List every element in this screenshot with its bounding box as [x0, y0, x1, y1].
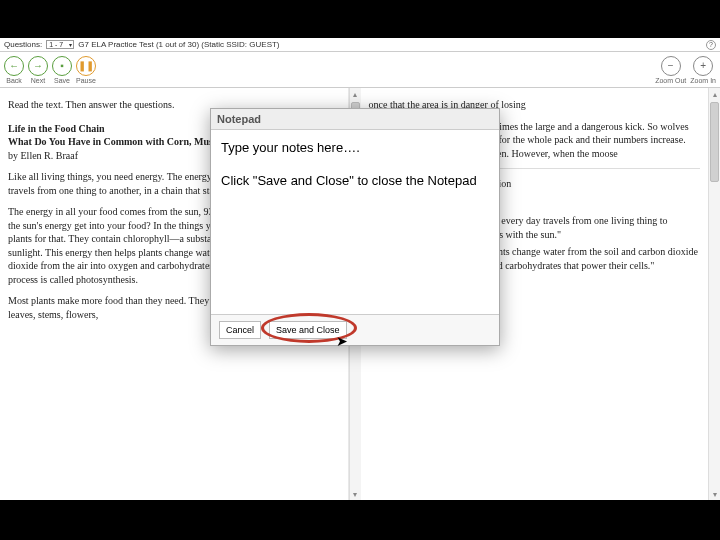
- pause-button[interactable]: ❚❚ Pause: [76, 56, 96, 84]
- scroll-down-icon[interactable]: ▾: [709, 488, 720, 500]
- save-icon: ▪: [52, 56, 72, 76]
- next-button[interactable]: → Next: [28, 56, 48, 84]
- status-bar: Questions: 1 - 7 G7 ELA Practice Test (1…: [0, 38, 720, 52]
- right-scrollbar[interactable]: ▴ ▾: [708, 88, 720, 500]
- pause-icon: ❚❚: [76, 56, 96, 76]
- zoom-in-button[interactable]: + Zoom In: [690, 56, 716, 84]
- zoom-in-label: Zoom In: [690, 77, 716, 84]
- save-button[interactable]: ▪ Save: [52, 56, 72, 84]
- test-title: G7 ELA Practice Test (1 out of 30) (Stat…: [78, 40, 279, 49]
- notepad-title[interactable]: Notepad: [211, 109, 499, 130]
- cancel-button[interactable]: Cancel: [219, 321, 261, 339]
- next-label: Next: [31, 77, 45, 84]
- questions-dropdown[interactable]: 1 - 7: [46, 40, 74, 49]
- zoom-out-button[interactable]: − Zoom Out: [655, 56, 686, 84]
- notepad-line2: Click "Save and Close" to close the Note…: [221, 173, 489, 188]
- toolbar: ← Back → Next ▪ Save ❚❚ Pause − Zoom Out: [0, 52, 720, 88]
- zoom-out-label: Zoom Out: [655, 77, 686, 84]
- arrow-left-icon: ←: [4, 56, 24, 76]
- scroll-up-icon[interactable]: ▴: [350, 88, 361, 100]
- save-label: Save: [54, 77, 70, 84]
- pause-label: Pause: [76, 77, 96, 84]
- zoom-in-icon: +: [693, 56, 713, 76]
- notepad-dialog: Notepad Type your notes here…. Click "Sa…: [210, 108, 500, 346]
- scroll-up-icon[interactable]: ▴: [709, 88, 720, 100]
- notepad-footer: Cancel Save and Close ➤: [211, 315, 499, 345]
- back-button[interactable]: ← Back: [4, 56, 24, 84]
- back-label: Back: [6, 77, 22, 84]
- scroll-down-icon[interactable]: ▾: [350, 488, 361, 500]
- arrow-right-icon: →: [28, 56, 48, 76]
- help-icon[interactable]: ?: [706, 40, 716, 50]
- zoom-out-icon: −: [661, 56, 681, 76]
- scroll-thumb[interactable]: [710, 102, 719, 182]
- save-and-close-button[interactable]: Save and Close: [269, 321, 347, 339]
- notepad-line1: Type your notes here….: [221, 140, 489, 155]
- questions-label: Questions:: [4, 40, 42, 49]
- notepad-textarea[interactable]: Type your notes here…. Click "Save and C…: [211, 130, 499, 315]
